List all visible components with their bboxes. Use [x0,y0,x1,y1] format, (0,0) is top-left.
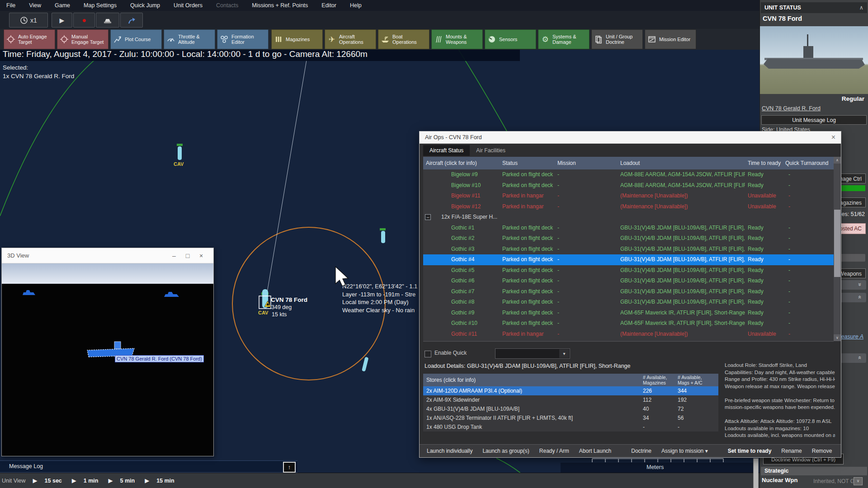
menu-item-view[interactable]: View [29,2,41,9]
aircraft-row[interactable]: Bigelow #12Parked in hangar-(Maintenance… [423,202,834,212]
measure-link[interactable]: easure A [841,333,863,340]
play-step-icon[interactable]: ▶ [33,477,38,484]
record-button[interactable]: ● [73,13,95,28]
aircraft-group-row[interactable]: –12x F/A-18E Super H... [423,212,834,223]
aircraft-quick-turnaround: - [788,223,790,234]
systems-damage-button[interactable]: ⚙ Systems & Damage [538,29,590,49]
play-step-icon[interactable]: ▶ [72,477,76,484]
scrollbar-thumb[interactable] [834,210,840,277]
ship-carrier[interactable] [87,342,134,357]
time-compression-button[interactable]: x1 [9,13,48,28]
sidebar-header[interactable]: UNIT STATUS ∧ [761,2,867,13]
dialog-button-remove[interactable]: Remove [812,448,832,454]
aircraft-row[interactable]: Gothic #10Parked on flight deck-AGM-65F … [423,318,834,329]
manual-engage-target-button[interactable]: Manual Engage Target [57,29,108,49]
boat-operations-button[interactable]: Boat Operations [378,29,429,49]
menu-item-editor[interactable]: Editor [321,2,336,9]
plot-course-button[interactable]: Plot Course [110,29,162,49]
menu-item-missions-ref-points[interactable]: Missions + Ref. Points [252,2,308,9]
store-row[interactable]: 1x AN/ASQ-228 Terminator II ATFLIR [FLIR… [423,413,718,422]
menu-item-game[interactable]: Game [55,2,70,9]
dialog-button-launch-as-group-s[interactable]: Launch as group(s) [482,448,529,454]
aircraft-row[interactable]: Gothic #3Parked on flight deck-GBU-31(V)… [423,244,834,255]
time-step-5-min[interactable]: 5 min [120,478,135,484]
dialog-button-launch-individually[interactable]: Launch individually [427,448,472,454]
dialog-button-abort-launch[interactable]: Abort Launch [579,448,611,454]
auto-engage-target-button[interactable]: Auto Engage Target [4,29,55,49]
tab-air-facilities[interactable]: Air Facilities [470,145,512,156]
message-log-bar[interactable]: Message Log ↑ [0,460,297,473]
collapse-group-icon[interactable]: – [425,214,431,220]
unit-icon-cav-north[interactable] [177,144,183,160]
dialog-titlebar[interactable]: Air Ops - CVN 78 Ford × [420,131,841,144]
aircraft-row[interactable]: Bigelow #11Parked in hangar-(Maintenance… [423,191,834,202]
maximize-icon[interactable]: □ [181,252,194,259]
unit-icon-south[interactable] [362,357,369,371]
aircraft-row[interactable]: Gothic #9Parked on flight deck-AGM-65F M… [423,308,834,319]
dialog-button-assign-to-mission[interactable]: Assign to mission ▾ [661,448,708,454]
aircraft-row[interactable]: Gothic #7Parked on flight deck-GBU-31(V)… [423,286,834,297]
nuclear-wpn-dropdown[interactable]: ∨ [854,477,863,485]
close-icon[interactable]: × [194,252,208,259]
ship-small-right[interactable] [164,292,179,297]
menu-item-help[interactable]: Help [350,2,362,9]
store-row[interactable]: 2x AIM-120D AMRAAM P3I.4 (Optional)22634… [423,386,718,395]
menu-item-file[interactable]: File [6,2,15,9]
ship-small-left[interactable] [23,290,35,295]
time-step-15-sec[interactable]: 15 sec [45,478,62,484]
unit-icon-cvn78[interactable] [259,289,271,309]
play-step-icon[interactable]: ▶ [108,477,113,484]
sensors-button[interactable]: Sensors [485,29,536,49]
aircraft-row[interactable]: Gothic #8Parked on flight deck-GBU-31(V)… [423,297,834,308]
vertical-scrollbar[interactable] [753,458,759,488]
print-button[interactable] [96,13,119,28]
aircraft-row[interactable]: Bigelow #9Parked on flight deck-AGM-88E … [423,169,834,180]
mission-editor-button[interactable]: Mission Editor [645,29,696,49]
store-row[interactable]: 1x 480 USG Drop Tank-- [423,422,718,432]
formation-editor-button[interactable]: Formation Editor [217,29,269,49]
time-step-15-min[interactable]: 15 min [156,478,175,484]
aircraft-row[interactable]: Gothic #6Parked on flight deck-GBU-31(V)… [423,276,834,286]
tab-aircraft-status[interactable]: Aircraft Status [423,145,470,156]
enable-quick-checkbox[interactable] [425,351,431,357]
aircraft-row[interactable]: Gothic #2Parked on flight deck-GBU-31(V)… [423,233,834,244]
view-mode-label[interactable]: Unit View [2,478,26,484]
throttle-altitude-button[interactable]: Throttle & Altitude [164,29,215,49]
dialog-button-doctrine[interactable]: Doctrine [631,448,651,454]
play-button[interactable]: ▶ [52,13,72,28]
aircraft-operations-button[interactable]: ✈ Aircraft Operations [325,29,376,49]
mounts-weapons-button[interactable]: Mounts & Weapons [431,29,483,49]
aircraft-row[interactable]: Gothic #4Parked on flight deck-GBU-31(V)… [423,254,834,265]
store-row[interactable]: 2x AIM-9X Sidewinder112192 [423,395,718,404]
unit-group-doctrine-button[interactable]: Unit / Group Doctrine [591,29,643,49]
unit-database-link[interactable]: CVN 78 Gerald R. Ford [762,105,821,112]
unit-icon-east[interactable] [380,228,386,243]
aircraft-row[interactable]: Gothic #5Parked on flight deck-GBU-31(V)… [423,265,834,276]
table-scrollbar[interactable]: ∧ ∨ [834,157,841,341]
aircraft-row[interactable]: Bigelow #10Parked on flight deck-AGM-88E… [423,180,834,191]
aircraft-row[interactable]: Gothic #1Parked on flight deck-GBU-31(V)… [423,223,834,234]
minimize-icon[interactable]: – [167,252,181,259]
expand-log-button[interactable]: ↑ [283,462,296,473]
view3d-titlebar[interactable]: 3D View – □ × [2,248,213,263]
quick-turnaround-dropdown[interactable]: ▾ [495,348,570,359]
close-icon[interactable]: × [831,133,835,141]
aircraft-row[interactable]: Gothic #12Parked in hangar-(Maintenance … [423,339,834,342]
menu-item-quick-jump[interactable]: Quick Jump [130,2,160,9]
menu-item-unit-orders[interactable]: Unit Orders [174,2,203,9]
collapse-chevron-icon[interactable]: ∧ [859,2,863,13]
jump-button[interactable] [120,13,143,28]
dialog-button-rename[interactable]: Rename [781,448,802,454]
scroll-down-button[interactable]: ∨ [834,334,841,341]
scroll-up-button[interactable]: ∧ [834,157,841,164]
dialog-button-set-time-to-ready[interactable]: Set time to ready [728,448,772,454]
play-step-icon[interactable]: ▶ [145,477,149,484]
aircraft-status: Parked on flight deck [502,223,553,234]
menu-item-map-settings[interactable]: Map Settings [84,2,117,9]
time-step-1-min[interactable]: 1 min [84,478,99,484]
aircraft-row[interactable]: Gothic #11Parked in hangar-(Maintenance … [423,329,834,340]
magazines-button[interactable]: Magazines [271,29,323,49]
store-row[interactable]: 4x GBU-31(V)4/B JDAM [BLU-109A/B]4072 [423,404,718,413]
dialog-button-ready-arm[interactable]: Ready / Arm [539,448,569,454]
unit-message-log-button[interactable]: Unit Message Log [761,115,867,125]
